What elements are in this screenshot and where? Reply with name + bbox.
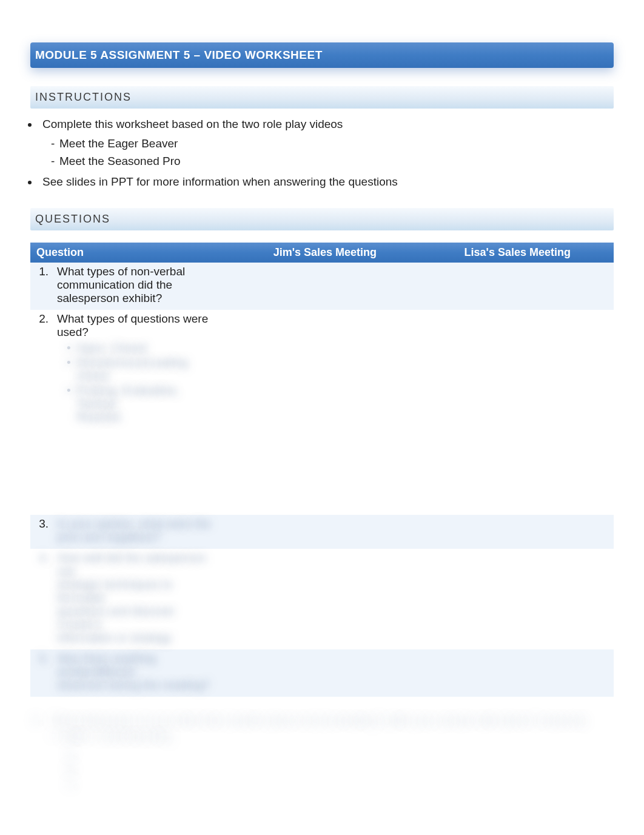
instruction-text: See slides in PPT for more information w… xyxy=(42,175,398,188)
question-text: What types of questions were used? Open,… xyxy=(57,312,223,425)
answer-cell-jim xyxy=(229,549,421,649)
instructions-list: Complete this worksheet based on the two… xyxy=(30,116,614,190)
instruction-subitem: Meet the Seasoned Pro xyxy=(59,153,614,170)
answer-cell-lisa xyxy=(421,549,614,649)
table-row: 5. Was there anything similar/different … xyxy=(30,649,614,697)
free-response-question: 6. What takeaways do you think this modu… xyxy=(30,714,614,791)
question-number: 1. xyxy=(36,265,49,305)
obscured-text: Skills / Understanding xyxy=(60,729,172,742)
question-number: 6. xyxy=(30,714,42,727)
answer-cell-jim xyxy=(229,649,421,697)
col-header-lisa: Lisa's Sales Meeting xyxy=(421,243,614,263)
instructions-heading: INSTRUCTIONS xyxy=(30,86,614,109)
answer-cell-jim xyxy=(229,515,421,549)
question-text: What types of non-verbal communication d… xyxy=(57,265,223,305)
table-row: 1. What types of non-verbal communicatio… xyxy=(30,263,614,310)
instruction-item: Complete this worksheet based on the two… xyxy=(39,116,614,170)
questions-heading: QUESTIONS xyxy=(30,208,614,230)
table-row: 3. In your opinion, what were the pros a… xyxy=(30,515,614,549)
answer-cell-jim xyxy=(229,310,421,430)
obscured-text: Was there anything similar/different obs… xyxy=(57,652,223,692)
col-header-jim: Jim's Sales Meeting xyxy=(229,243,421,263)
col-header-question: Question xyxy=(30,243,229,263)
question-number: 5. xyxy=(36,652,49,692)
answer-blanks: A. B. C. xyxy=(67,746,614,791)
obscured-text: Dichotomous/Leading choice xyxy=(76,356,223,383)
question-number: 4. xyxy=(36,551,49,645)
obscured-text: In your opinion, what were the pros and … xyxy=(57,517,223,544)
questions-table-continued: 3. In your opinion, what were the pros a… xyxy=(30,515,614,697)
obscured-text: Open, Closed xyxy=(76,341,223,355)
obscured-text: How well did the salesperson use strateg… xyxy=(57,551,223,645)
question-number: 3. xyxy=(36,517,49,544)
table-row: 4. How well did the salesperson use stra… xyxy=(30,549,614,649)
question-number: 2. xyxy=(36,312,49,425)
instruction-item: See slides in PPT for more information w… xyxy=(39,173,614,190)
answer-cell-lisa xyxy=(421,515,614,549)
answer-cell-lisa xyxy=(421,310,614,430)
obscured-text: Probing, Evaluative, Tactical, Reactive xyxy=(76,384,223,424)
answer-cell-jim xyxy=(229,263,421,310)
questions-table: Question Jim's Sales Meeting Lisa's Sale… xyxy=(30,243,614,430)
obscured-text: What takeaways do you think this module … xyxy=(51,714,586,727)
answer-cell-lisa xyxy=(421,649,614,697)
table-row: 2. What types of questions were used? Op… xyxy=(30,310,614,430)
instruction-subitem: Meet the Eager Beaver xyxy=(59,135,614,152)
instruction-sublist: Meet the Eager Beaver Meet the Seasoned … xyxy=(42,135,614,170)
answer-cell-lisa xyxy=(421,263,614,310)
instruction-text: Complete this worksheet based on the two… xyxy=(42,118,343,130)
assignment-title: MODULE 5 ASSIGNMENT 5 – VIDEO WORKSHEET xyxy=(30,42,614,68)
